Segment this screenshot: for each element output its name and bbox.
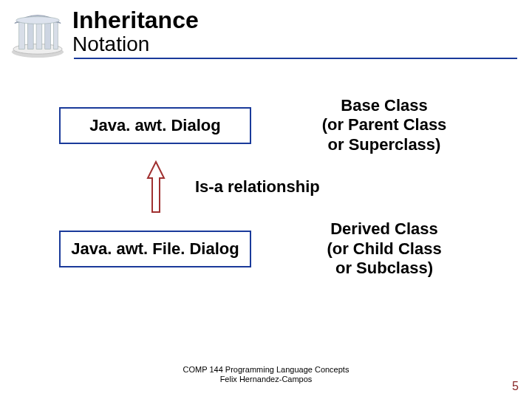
relationship-label: Is-a relationship (195, 177, 320, 197)
svg-rect-6 (53, 21, 58, 49)
page-number: 5 (512, 380, 519, 393)
derived-class-box: Java. awt. File. Dialog (59, 231, 251, 267)
svg-rect-2 (19, 21, 25, 49)
slide-title: Inheritance (72, 7, 199, 33)
svg-rect-3 (27, 21, 33, 49)
derived-class-description: Derived Class (or Child Class or Subclas… (273, 219, 495, 278)
derived-desc-line1: Derived Class (330, 219, 438, 238)
svg-marker-8 (148, 162, 164, 212)
relationship-row: Is-a relationship (0, 154, 532, 219)
derived-desc-line3: or Subclass) (335, 259, 433, 277)
slide-subtitle: Notation (72, 33, 199, 56)
footer-line2: Felix Hernandez-Campos (220, 375, 313, 383)
base-class-description: Base Class (or Parent Class or Superclas… (273, 96, 495, 154)
base-class-row: Java. awt. Dialog Base Class (or Parent … (0, 96, 532, 154)
slide-footer: COMP 144 Programming Language Concepts F… (0, 365, 532, 384)
slide-header: Inheritance Notation (0, 0, 532, 59)
base-desc-line2: (or Parent Class (322, 115, 447, 134)
svg-rect-4 (36, 21, 42, 49)
base-desc-line3: or Superclass) (328, 135, 441, 154)
diagram-content: Java. awt. Dialog Base Class (or Parent … (0, 96, 532, 278)
header-divider (74, 58, 517, 59)
svg-rect-5 (45, 21, 51, 49)
base-class-box: Java. awt. Dialog (59, 107, 251, 144)
base-desc-line1: Base Class (341, 96, 427, 115)
derived-desc-line2: (or Child Class (327, 239, 441, 258)
svg-point-7 (16, 17, 59, 24)
inheritance-arrow-icon (146, 160, 166, 214)
well-logo-icon (9, 6, 66, 59)
derived-class-row: Java. awt. File. Dialog Derived Class (o… (0, 219, 532, 278)
footer-line1: COMP 144 Programming Language Concepts (183, 365, 349, 374)
